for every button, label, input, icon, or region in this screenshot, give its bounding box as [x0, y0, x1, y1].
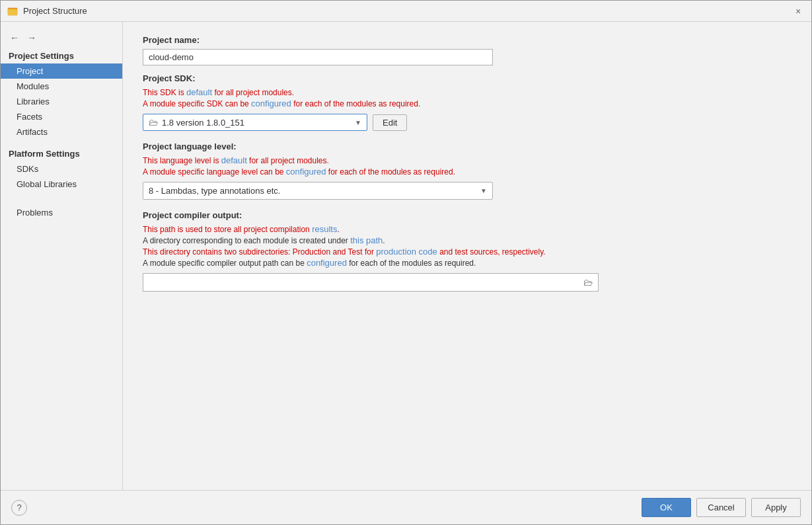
sidebar: ← → Project Settings Project Modules Lib…: [1, 22, 123, 490]
sdk-row: 🗁 1.8 version 1.8.0_151 ▼ Edit: [143, 114, 792, 131]
sidebar-item-global-libraries[interactable]: Global Libraries: [1, 177, 122, 192]
sdk-dropdown-left: 🗁 1.8 version 1.8.0_151: [149, 117, 244, 128]
results-link: results: [312, 224, 337, 234]
lang-info-line2: A module specific language level can be …: [143, 167, 792, 177]
project-settings-header: Project Settings: [1, 48, 122, 63]
title-bar: Project Structure ×: [1, 1, 811, 22]
apply-button[interactable]: Apply: [751, 498, 801, 517]
lang-dropdown-value: 8 - Lambdas, type annotations etc.: [149, 186, 280, 196]
language-dropdown[interactable]: 8 - Lambdas, type annotations etc. ▼: [143, 182, 493, 200]
project-name-label: Project name:: [143, 35, 792, 45]
project-sdk-label: Project SDK:: [143, 73, 792, 83]
production-link: production code: [376, 247, 437, 257]
lang-configured-link: configured: [286, 167, 326, 177]
main-content: Project name: Project SDK: This SDK is d…: [123, 22, 811, 490]
nav-spacer-3: [1, 198, 122, 205]
sidebar-item-problems[interactable]: Problems: [1, 205, 122, 220]
lang-dropdown-arrow: ▼: [480, 187, 487, 194]
close-button[interactable]: ×: [792, 5, 805, 18]
sidebar-item-facets[interactable]: Facets: [1, 109, 122, 124]
project-structure-dialog: Project Structure × ← → Project Settings…: [0, 0, 812, 525]
sidebar-item-project[interactable]: Project: [1, 63, 122, 79]
compiler-info-line4: A module specific compiler output path c…: [143, 258, 792, 268]
nav-back-forward: ← →: [1, 27, 122, 48]
compiler-configured-link: configured: [307, 258, 347, 268]
sdk-dropdown-value: 1.8 version 1.8.0_151: [162, 118, 244, 128]
compiler-output-folder-icon[interactable]: 🗁: [583, 277, 593, 288]
sdk-default-link: default: [186, 87, 212, 97]
project-name-input[interactable]: [143, 49, 493, 65]
sidebar-item-sdks[interactable]: SDKs: [1, 161, 122, 177]
this-path-link: this path: [350, 235, 383, 245]
sidebar-item-modules[interactable]: Modules: [1, 79, 122, 94]
sdk-info-line2: A module specific SDK can be configured …: [143, 99, 792, 108]
svg-rect-1: [8, 9, 17, 15]
footer-left: ?: [11, 500, 27, 516]
dialog-footer: ? OK Cancel Apply: [1, 490, 811, 524]
compiler-info-line1: This path is used to store all project c…: [143, 224, 792, 234]
lang-default-link: default: [221, 155, 247, 165]
sidebar-item-libraries[interactable]: Libraries: [1, 94, 122, 109]
title-bar-left: Project Structure: [7, 6, 87, 17]
cancel-button[interactable]: Cancel: [696, 498, 746, 517]
sdk-dropdown-arrow: ▼: [355, 119, 361, 126]
edit-sdk-button[interactable]: Edit: [373, 114, 407, 131]
help-button[interactable]: ?: [11, 500, 27, 516]
ok-button[interactable]: OK: [642, 498, 691, 517]
language-level-label: Project language level:: [143, 141, 792, 151]
compiler-output-field[interactable]: 🗁: [143, 273, 599, 292]
nav-spacer-2: [1, 192, 122, 198]
sdk-dropdown[interactable]: 🗁 1.8 version 1.8.0_151 ▼: [143, 114, 367, 131]
dialog-body: ← → Project Settings Project Modules Lib…: [1, 22, 811, 490]
sidebar-item-artifacts[interactable]: Artifacts: [1, 124, 122, 140]
compiler-output-label: Project compiler output:: [143, 210, 792, 220]
sdk-info-line1: This SDK is default for all project modu…: [143, 87, 792, 97]
sdk-configured-link: configured: [251, 99, 291, 108]
nav-spacer-1: [1, 140, 122, 146]
dialog-icon: [7, 6, 18, 17]
back-button[interactable]: ←: [7, 31, 22, 44]
forward-button[interactable]: →: [24, 31, 39, 44]
compiler-info-line3: This directory contains two subdirectori…: [143, 247, 792, 257]
lang-info-line1: This language level is default for all p…: [143, 155, 792, 165]
compiler-info-line2: A directory corresponding to each module…: [143, 235, 792, 245]
sdk-folder-icon: 🗁: [149, 117, 158, 128]
footer-right: OK Cancel Apply: [642, 498, 801, 517]
dialog-title: Project Structure: [23, 6, 87, 16]
platform-settings-header: Platform Settings: [1, 146, 122, 161]
svg-rect-2: [9, 8, 12, 9]
